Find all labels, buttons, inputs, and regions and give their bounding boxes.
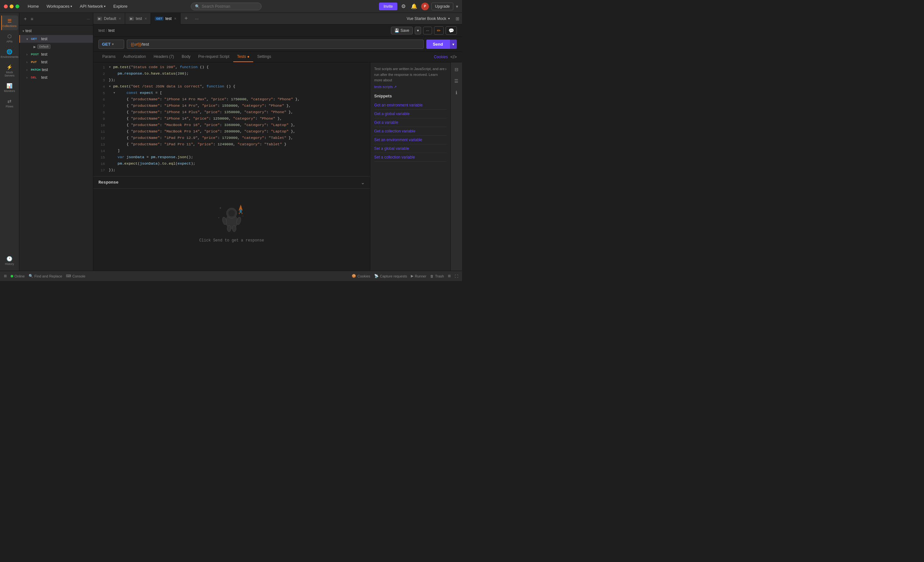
sidebar-item-environments[interactable]: 🌐 Environments bbox=[1, 46, 18, 61]
statusbar-online[interactable]: Online bbox=[10, 274, 25, 278]
mock-servers-icon: ⚡ bbox=[6, 64, 12, 70]
online-dot bbox=[10, 275, 13, 278]
right-panel-icon-2[interactable]: ☰ bbox=[452, 76, 460, 85]
snippet-item-3[interactable]: Get a variable bbox=[374, 118, 447, 127]
statusbar-cookies[interactable]: 🍪 Cookies bbox=[352, 274, 370, 278]
snippet-item-1[interactable]: Get an environment variable bbox=[374, 101, 447, 110]
tab-authorization[interactable]: Authorization bbox=[119, 52, 150, 62]
comment-icon-button[interactable]: 💬 bbox=[446, 26, 457, 35]
sidebar-item-mock-servers[interactable]: ⚡ Mock Servers bbox=[1, 62, 18, 80]
tab-default[interactable]: ▶ Default × bbox=[93, 13, 125, 24]
chevron-right-icon: › bbox=[26, 53, 30, 56]
tab-headers[interactable]: Headers (7) bbox=[150, 52, 178, 62]
close-icon[interactable]: × bbox=[174, 16, 176, 21]
statusbar-grid[interactable]: ⊞ bbox=[448, 274, 451, 278]
save-icon: 💾 bbox=[394, 28, 399, 33]
capture-label: Capture requests bbox=[380, 274, 407, 278]
statusbar-capture[interactable]: 📡 Capture requests bbox=[374, 274, 407, 278]
statusbar-runner[interactable]: ▶ Runner bbox=[411, 274, 426, 278]
snippet-item-5[interactable]: Set an environment variable bbox=[374, 136, 447, 144]
sidebar-toggle-icon[interactable]: ⊞ bbox=[453, 16, 462, 21]
tests-scripts-link[interactable]: tests scripts ↗ bbox=[374, 85, 397, 89]
tree-item-post-test[interactable]: › POST test bbox=[19, 51, 93, 58]
avatar[interactable]: P bbox=[421, 3, 429, 10]
code-icon-button[interactable]: </> bbox=[450, 54, 457, 60]
code-editor[interactable]: 1 ▾ pm.test("Status code is 200", functi… bbox=[93, 62, 370, 271]
more-tabs-button[interactable]: ··· bbox=[192, 13, 202, 24]
traffic-light-yellow[interactable] bbox=[10, 4, 14, 8]
snippet-item-7[interactable]: Set a collection variable bbox=[374, 153, 447, 162]
send-options-button[interactable]: ▾ bbox=[450, 40, 457, 49]
notifications-icon[interactable]: 🔔 bbox=[410, 2, 418, 10]
code-line-6: 6 { "productName": "iPhone 14 Pro Max", … bbox=[93, 96, 370, 103]
nav-home[interactable]: Home bbox=[24, 3, 42, 10]
nav-explore[interactable]: Explore bbox=[110, 3, 130, 10]
line-content: { "productName": "iPhone 14 Pro", "price… bbox=[109, 103, 291, 109]
snippet-item-4[interactable]: Get a collection variable bbox=[374, 127, 447, 136]
collection-folder[interactable]: ▾ test bbox=[19, 27, 93, 35]
invite-button[interactable]: Invite bbox=[379, 3, 398, 10]
send-button[interactable]: Send bbox=[426, 40, 450, 49]
expand-icon[interactable]: ▾ bbox=[456, 4, 458, 9]
statusbar-console[interactable]: ⌨ Console bbox=[66, 274, 85, 278]
tab-tests[interactable]: Tests ● bbox=[233, 52, 254, 62]
sidebar-item-history[interactable]: 🕐 History bbox=[1, 253, 18, 268]
traffic-light-red[interactable] bbox=[4, 4, 8, 8]
collections-label: Collections bbox=[2, 24, 16, 28]
tree-item-default[interactable]: ▶ Default bbox=[19, 43, 93, 51]
right-panel-icon-3[interactable]: ℹ bbox=[454, 88, 459, 97]
sidebar-item-flows[interactable]: ⇄ Flows bbox=[1, 96, 18, 111]
sidebar-item-collections[interactable]: ☰ Collections bbox=[1, 15, 18, 30]
save-button[interactable]: 💾 Home Save bbox=[391, 27, 413, 34]
tab-test[interactable]: ▶ test × bbox=[125, 13, 151, 24]
more-options-button[interactable]: ··· bbox=[423, 27, 432, 34]
tab-params[interactable]: Params bbox=[99, 52, 119, 62]
tree-item-put-test[interactable]: › PUT test bbox=[19, 58, 93, 66]
close-icon[interactable]: × bbox=[119, 16, 121, 21]
search-input[interactable] bbox=[202, 4, 253, 9]
flows-label: Flows bbox=[6, 105, 14, 108]
add-tab-button[interactable]: + bbox=[180, 13, 192, 24]
method-select[interactable]: GET ▾ bbox=[99, 40, 124, 49]
traffic-light-green[interactable] bbox=[15, 4, 19, 8]
tree-item-patch-test[interactable]: › PATCH test bbox=[19, 66, 93, 74]
close-icon[interactable]: × bbox=[144, 16, 147, 21]
search-bar[interactable]: 🔍 bbox=[191, 3, 262, 10]
line-number: 5 bbox=[96, 90, 105, 96]
env-icon: ▶ bbox=[97, 17, 102, 21]
statusbar-trash[interactable]: 🗑 Trash bbox=[430, 274, 444, 278]
response-collapse-button[interactable]: ⌄ bbox=[361, 179, 365, 185]
item-name: test bbox=[42, 67, 48, 72]
panel-collapse-button[interactable]: › bbox=[445, 66, 447, 72]
tree-item-del-test[interactable]: › DEL test bbox=[19, 74, 93, 81]
edit-icon-button[interactable]: ✏ bbox=[434, 26, 444, 35]
tab-pre-request[interactable]: Pre-request Script bbox=[194, 52, 233, 62]
new-collection-button[interactable]: + bbox=[22, 15, 28, 22]
method-badge-get: GET bbox=[31, 37, 40, 40]
sidebar-item-apis[interactable]: ⬡ APIs bbox=[1, 31, 18, 46]
tab-settings[interactable]: Settings bbox=[253, 52, 275, 62]
tab-body[interactable]: Body bbox=[178, 52, 194, 62]
workspace-label: Vue Starter Book Mock ▾ bbox=[404, 16, 453, 21]
statusbar-link[interactable]: ⛶ bbox=[454, 274, 458, 278]
sidebar-item-monitors[interactable]: 📊 Monitors bbox=[1, 81, 18, 95]
settings-icon[interactable]: ⚙ bbox=[400, 2, 407, 10]
save-options-button[interactable]: ▾ bbox=[415, 27, 421, 34]
nav-api-network[interactable]: API Network ▾ bbox=[76, 3, 109, 10]
code-line-10: 10 { "productName": "MacBook Pro 16", "p… bbox=[93, 122, 370, 129]
statusbar-find-replace[interactable]: 🔍 Find and Replace bbox=[28, 274, 62, 278]
right-panel-icon-1[interactable]: ⊟ bbox=[453, 65, 460, 74]
filter-collections-button[interactable]: ≡ bbox=[29, 16, 34, 22]
nav-workspaces[interactable]: Workspaces ▾ bbox=[44, 3, 75, 10]
breadcrumb-parent[interactable]: test bbox=[99, 28, 105, 33]
snippet-item-2[interactable]: Get a global variable bbox=[374, 110, 447, 118]
statusbar-browse-icon[interactable]: ⊞ bbox=[4, 274, 7, 278]
cookies-button[interactable]: Cookies bbox=[434, 55, 447, 59]
tree-item-get-test[interactable]: ▾ GET test bbox=[19, 35, 93, 43]
upgrade-button[interactable]: Upgrade bbox=[431, 3, 453, 10]
tab-get-test[interactable]: GET test × bbox=[151, 13, 180, 24]
flows-icon: ⇄ bbox=[8, 99, 12, 104]
panel-header-title: ··· bbox=[36, 17, 90, 21]
snippet-item-6[interactable]: Set a global variable bbox=[374, 144, 447, 153]
line-number: 10 bbox=[96, 122, 105, 128]
